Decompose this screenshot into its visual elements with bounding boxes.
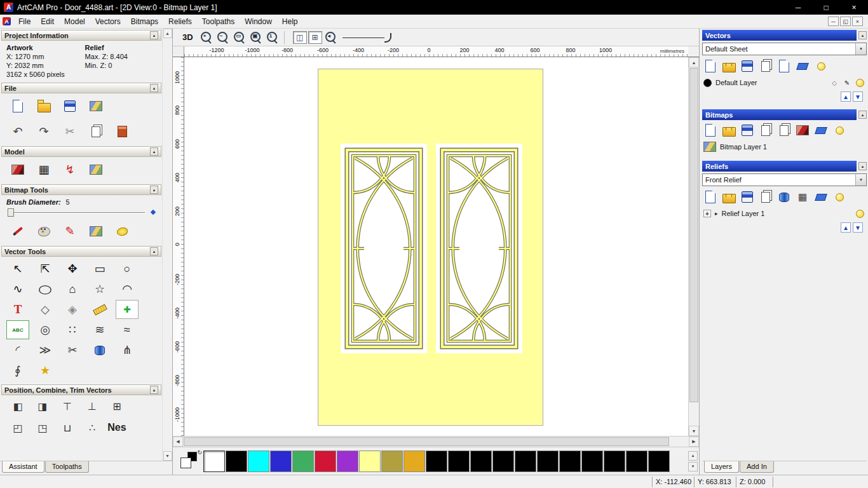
copy-bitmap-layer-icon[interactable] <box>776 123 792 137</box>
palette-swatch-14[interactable] <box>515 451 536 472</box>
collapse-section-button[interactable]: ▲ <box>858 31 867 39</box>
relief-visible-icon[interactable] <box>854 208 865 219</box>
palette-swatch-13[interactable] <box>492 451 514 472</box>
colour-palette-icon[interactable] <box>32 221 55 241</box>
group-vectors-icon[interactable]: ◰ <box>8 419 28 436</box>
open-model-icon[interactable] <box>32 96 55 116</box>
open-vector-layer-icon[interactable] <box>721 59 737 73</box>
palette-swatch-7[interactable] <box>359 451 381 472</box>
interpolate-icon[interactable] <box>88 341 111 360</box>
flood-fill-icon[interactable] <box>85 221 107 241</box>
palette-scroll-up-button[interactable]: ▲ <box>688 451 698 461</box>
open-bitmap-layer-icon[interactable] <box>721 123 737 137</box>
panel-scrollbar[interactable]: ▲ ▼ <box>162 29 172 461</box>
palette-swatch-11[interactable] <box>448 451 470 472</box>
dropdown-arrow-icon[interactable]: ▼ <box>855 174 866 186</box>
open-relief-layer-icon[interactable] <box>721 190 737 204</box>
create-polygon-icon[interactable]: ⌂ <box>61 280 84 299</box>
menu-toolpaths[interactable]: Toolpaths <box>197 15 240 28</box>
door-panel-right[interactable] <box>436 144 522 353</box>
tab-assistant[interactable]: Assistant <box>2 461 44 473</box>
create-rectangle-icon[interactable]: ▭ <box>88 259 111 278</box>
palette-swatch-2[interactable] <box>248 451 269 472</box>
save-relief-layer-icon[interactable] <box>739 190 756 204</box>
new-model-icon[interactable] <box>6 96 29 116</box>
relief-layer-row[interactable]: + ▸ Relief Layer 1 <box>702 206 867 221</box>
new-vector-layer-icon[interactable] <box>702 59 719 73</box>
scroll-up-button[interactable]: ▲ <box>163 29 172 38</box>
offset-vectors-icon[interactable]: ◈ <box>61 300 84 319</box>
tab-toolpaths[interactable]: Toolpaths <box>45 461 89 473</box>
scroll-left-button[interactable]: ◀ <box>173 437 183 447</box>
paste-along-curve-icon[interactable]: ∷ <box>61 320 84 339</box>
trim-overlap-icon[interactable]: ∴ <box>82 419 102 436</box>
nesting-icon[interactable]: Nes <box>107 419 127 436</box>
move-layer-down-button[interactable]: ▼ <box>853 222 863 233</box>
layer-visible-icon[interactable] <box>854 77 865 88</box>
collapse-section-button[interactable]: ▲ <box>858 111 867 119</box>
adjust-model-icon[interactable]: ▦ <box>32 159 55 180</box>
relief-grid-icon[interactable]: ▦ <box>794 190 811 204</box>
layer-color-swatch[interactable] <box>703 79 712 87</box>
draw-icon[interactable]: ✎ <box>58 221 81 241</box>
export-model-icon[interactable] <box>85 96 107 116</box>
collapse-section-button[interactable]: ▲ <box>150 186 158 194</box>
sheet-select[interactable]: Default Sheet ▼ <box>702 43 867 55</box>
collapse-section-button[interactable]: ▲ <box>150 147 158 156</box>
palette-swatch-1[interactable] <box>226 451 247 472</box>
create-circle-icon[interactable]: ○ <box>116 259 139 278</box>
collapse-section-button[interactable]: ▲ <box>150 84 158 92</box>
menu-window[interactable]: Window <box>240 15 277 28</box>
palette-scrollbar[interactable]: ▲ ▼ <box>688 451 699 471</box>
palette-swatch-19[interactable] <box>626 451 648 472</box>
palette-swatch-4[interactable] <box>292 451 314 472</box>
align-right-icon[interactable]: ◨ <box>32 398 53 414</box>
relief-stack-icon[interactable] <box>776 190 792 204</box>
palette-swatch-20[interactable] <box>648 451 670 472</box>
scroll-up-button[interactable]: ▲ <box>689 57 699 67</box>
menu-bitmaps[interactable]: Bitmaps <box>126 15 163 28</box>
ungroup-vectors-icon[interactable]: ◳ <box>32 419 53 436</box>
collapse-section-button[interactable]: ▲ <box>858 162 867 170</box>
scrollbar-thumb[interactable] <box>184 437 669 446</box>
palette-swatch-12[interactable] <box>470 451 492 472</box>
bitmap-preview-icon[interactable] <box>794 123 811 137</box>
merge-bitmap-layers-icon[interactable] <box>757 123 774 137</box>
brush-diameter-slider[interactable] <box>8 207 155 217</box>
align-bottom-icon[interactable]: ⊥ <box>82 398 102 414</box>
drawing-canvas[interactable] <box>184 57 688 436</box>
copy-vector-layer-icon[interactable] <box>776 59 792 73</box>
palette-scroll-down-button[interactable]: ▼ <box>688 462 698 471</box>
new-bitmap-layer-icon[interactable] <box>702 123 719 137</box>
delete-vector-layer-icon[interactable] <box>794 59 811 73</box>
create-star-icon[interactable]: ☆ <box>88 280 111 299</box>
magic-wand-icon[interactable] <box>111 221 133 241</box>
move-layer-down-button[interactable]: ▼ <box>853 92 863 102</box>
block-copy-rotate-icon[interactable]: ✥ <box>61 259 84 278</box>
zoom-objects-icon[interactable]: ▣ <box>248 30 264 44</box>
menu-reliefs[interactable]: Reliefs <box>163 15 197 28</box>
delete-bitmap-layer-icon[interactable] <box>813 123 829 137</box>
undo-icon[interactable]: ↶ <box>6 121 29 142</box>
paint-icon[interactable] <box>6 221 29 241</box>
menu-model[interactable]: Model <box>59 15 90 28</box>
edit-layer-icon[interactable]: ✎ <box>841 77 853 88</box>
fit-arcs-icon[interactable]: ⋔ <box>116 341 139 360</box>
create-polyline-icon[interactable]: ∿ <box>6 280 29 299</box>
palette-swatch-9[interactable] <box>403 451 425 472</box>
snap-guides-toggle[interactable]: ⊞ <box>308 31 322 44</box>
zoom-window-icon[interactable]: ▭ <box>232 30 247 44</box>
save-vector-layer-icon[interactable] <box>739 59 756 73</box>
envelope-distort-icon[interactable]: ◎ <box>34 320 57 339</box>
model-texture-icon[interactable] <box>85 159 107 180</box>
transform-vectors-icon[interactable]: ⇱ <box>34 259 57 278</box>
scrollbar-thumb[interactable] <box>689 68 698 402</box>
collapse-section-button[interactable]: ▲ <box>150 247 158 255</box>
toggle-relief-visibility-icon[interactable] <box>831 190 848 204</box>
tab-layers[interactable]: Layers <box>704 461 739 473</box>
zoom-previous-icon[interactable]: ◂ <box>323 30 339 44</box>
align-left-icon[interactable]: ◧ <box>8 398 28 414</box>
menu-vectors[interactable]: Vectors <box>90 15 126 28</box>
snap-layer-icon[interactable]: ◇ <box>829 77 840 88</box>
palette-swatch-5[interactable] <box>315 451 336 472</box>
